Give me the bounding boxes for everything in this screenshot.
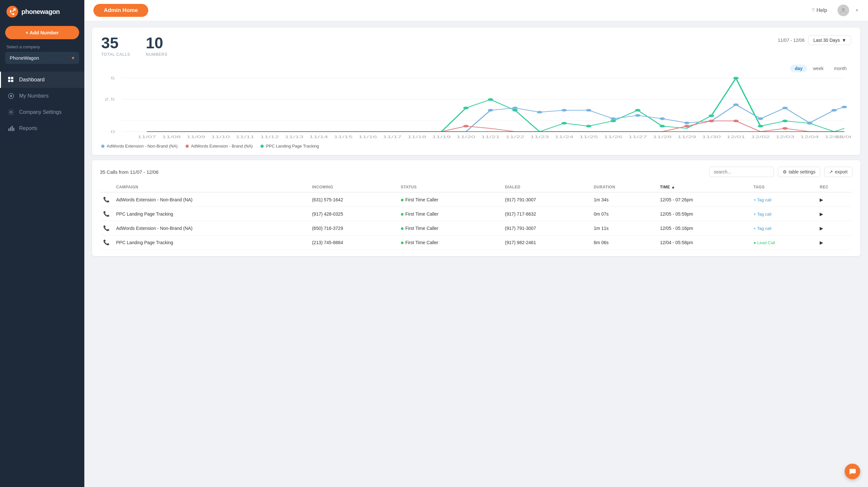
tag-cell[interactable]: + Tag call (750, 192, 816, 207)
th-rec: REC (816, 182, 852, 192)
total-calls-stat: 35 TOTAL CALLS (101, 35, 130, 57)
svg-point-70 (659, 118, 665, 120)
add-number-button[interactable]: + Add Number (5, 26, 79, 39)
table-body: 📞 AdWords Extension - Non-Brand (NA) (63… (100, 192, 852, 250)
call-icon: 📞 (103, 197, 110, 202)
page-header: Admin Home ? Help ▼ (84, 0, 868, 21)
user-avatar[interactable] (838, 4, 849, 16)
period-selector-button[interactable]: Last 30 Days ▼ (808, 35, 851, 45)
tag-call-button[interactable]: + Tag call (753, 197, 771, 202)
call-icon: 📞 (103, 239, 110, 245)
table-settings-button[interactable]: ⚙ table settings (778, 167, 820, 177)
rec-cell[interactable]: ▶ (816, 221, 852, 235)
time-tab-month[interactable]: month (829, 65, 851, 72)
tag-call-button[interactable]: + Tag call (753, 226, 771, 231)
time-cell: 12/05 - 05:59pm (657, 207, 750, 221)
svg-text:12/03: 12/03 (776, 135, 794, 139)
svg-rect-4 (11, 80, 13, 82)
svg-point-53 (561, 122, 567, 125)
call-icon-cell: 📞 (100, 221, 113, 235)
time-tab-day[interactable]: day (790, 65, 807, 72)
duration-cell: 0m 07s (590, 207, 656, 221)
tag-call-button[interactable]: + Tag call (753, 212, 771, 217)
sidebar-item-dashboard[interactable]: Dashboard (0, 72, 84, 88)
svg-point-83 (782, 127, 788, 130)
main-content: 35 TOTAL CALLS 10 NUMBERS 11/07 - 12/06 … (84, 21, 868, 487)
svg-point-57 (659, 125, 665, 127)
incoming-cell: (650) 716-3729 (309, 221, 398, 235)
chart-legend: AdWords Extension - Non-Brand (NA) AdWor… (101, 143, 851, 149)
total-calls-label: TOTAL CALLS (101, 52, 130, 57)
help-label: Help (816, 7, 827, 13)
date-range-text: 11/07 - 12/06 (778, 38, 805, 43)
time-cell: 12/05 - 05:16pm (657, 221, 750, 235)
period-dropdown-icon: ▼ (842, 38, 846, 43)
table-row: 📞 AdWords Extension - Non-Brand (NA) (65… (100, 221, 852, 235)
th-duration[interactable]: DURATION (590, 182, 656, 192)
svg-rect-1 (8, 77, 10, 79)
time-tabs: day week month (790, 65, 851, 72)
svg-rect-3 (8, 80, 10, 82)
sidebar-item-my-numbers[interactable]: My Numbers (0, 88, 84, 104)
svg-text:11/30: 11/30 (702, 135, 721, 139)
play-button[interactable]: ▶ (820, 240, 823, 245)
export-button[interactable]: ↗ export (824, 167, 852, 177)
tag-cell[interactable]: + Tag call (750, 221, 816, 235)
time-tab-week[interactable]: week (808, 65, 828, 72)
svg-text:11/11: 11/11 (236, 135, 255, 139)
legend-dot-adwords-non-brand (101, 144, 104, 148)
sidebar-item-reports-label: Reports (19, 126, 37, 131)
svg-rect-9 (10, 127, 11, 131)
table-search-input[interactable] (709, 167, 774, 177)
rec-cell[interactable]: ▶ (816, 235, 852, 250)
logo-text: phonewagon (22, 8, 60, 15)
th-dialed[interactable]: DIALED (502, 182, 591, 192)
play-button[interactable]: ▶ (820, 197, 823, 202)
th-tags[interactable]: TAGS (750, 182, 816, 192)
campaign-cell: PPC Landing Page Tracking (113, 207, 309, 221)
table-row: 📞 PPC Landing Page Tracking (917) 428-03… (100, 207, 852, 221)
help-question-icon: ? (812, 7, 814, 13)
play-button[interactable]: ▶ (820, 226, 823, 231)
svg-rect-11 (13, 128, 14, 131)
company-select[interactable]: PhoneWagon (5, 52, 79, 64)
th-campaign[interactable]: CAMPAIGN (113, 182, 309, 192)
play-button[interactable]: ▶ (820, 212, 823, 217)
svg-point-51 (488, 98, 493, 101)
legend-label-adwords-brand: AdWords Extension - Brand (NA) (191, 143, 253, 149)
chat-bubble-button[interactable] (845, 464, 860, 479)
svg-point-63 (488, 109, 493, 111)
sidebar-item-dashboard-label: Dashboard (19, 77, 44, 83)
legend-dot-adwords-brand (186, 144, 189, 148)
campaign-cell: AdWords Extension - Non-Brand (NA) (113, 192, 309, 207)
export-icon: ↗ (829, 169, 833, 174)
sidebar-nav: Dashboard My Numbers Company Settings (0, 72, 84, 136)
svg-text:11/26: 11/26 (604, 135, 623, 139)
stats-header: 35 TOTAL CALLS 10 NUMBERS 11/07 - 12/06 … (101, 35, 851, 57)
call-icon: 📞 (103, 225, 110, 231)
svg-point-7 (10, 111, 12, 113)
numbers-number: 10 (146, 35, 167, 51)
rec-cell[interactable]: ▶ (816, 207, 852, 221)
svg-text:5: 5 (111, 76, 115, 80)
svg-point-76 (807, 122, 812, 124)
rec-cell[interactable]: ▶ (816, 192, 852, 207)
svg-point-64 (512, 107, 518, 109)
tag-cell[interactable]: + Tag call (750, 207, 816, 221)
legend-dot-ppc-landing (260, 144, 264, 148)
svg-point-71 (684, 122, 690, 124)
svg-point-54 (586, 125, 591, 127)
th-incoming[interactable]: INCOMING (309, 182, 398, 192)
main-area: Admin Home ? Help ▼ 35 TOTAL CALLS (84, 0, 868, 487)
admin-home-button[interactable]: Admin Home (93, 4, 148, 17)
svg-text:11/23: 11/23 (530, 135, 549, 139)
sidebar-item-reports[interactable]: Reports (0, 120, 84, 136)
table-row: 📞 AdWords Extension - Non-Brand (NA) (63… (100, 192, 852, 207)
duration-cell: 6m 06s (590, 235, 656, 250)
th-time[interactable]: TIME ▲ (657, 182, 750, 192)
svg-text:0: 0 (111, 130, 115, 134)
th-status[interactable]: STATUS (398, 182, 502, 192)
sidebar-item-company-settings[interactable]: Company Settings (0, 104, 84, 120)
help-button[interactable]: ? Help (812, 7, 827, 13)
sidebar-item-company-settings-label: Company Settings (19, 109, 62, 115)
